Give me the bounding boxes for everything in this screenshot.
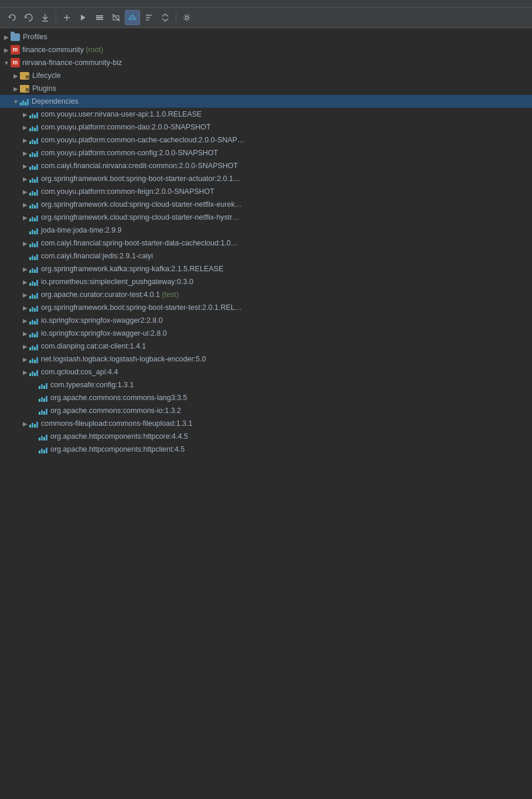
- tree-item-dep7[interactable]: com.youyu.platform:common-feign:2.0.0-SN…: [0, 185, 532, 198]
- arrow-icon: [21, 175, 29, 183]
- item-label: nirvana-finance-community-biz: [22, 59, 122, 67]
- tree-item-dep15[interactable]: org.apache.curator:curator-test:4.0.1 (t…: [0, 288, 532, 301]
- dependency-icon: [29, 368, 38, 376]
- tree-item-dep12[interactable]: com.caiyi.financial:jedis:2.9.1-caiyi: [0, 250, 532, 262]
- run-button[interactable]: [76, 10, 91, 25]
- toggle-skip-tests-button[interactable]: [125, 10, 140, 25]
- tree-item-dep26[interactable]: org.apache.httpcomponents:httpcore:4.4.5: [0, 430, 532, 443]
- arrow-icon: [21, 123, 29, 131]
- dependency-icon: [29, 213, 38, 221]
- dependency-icon: [29, 239, 38, 247]
- tree-item-dep18[interactable]: io.springfox:springfox-swagger-ui:2.8.0: [0, 327, 532, 340]
- tree-item-dep10[interactable]: joda-time:joda-time:2.9.9: [0, 224, 532, 237]
- arrow-icon: [21, 265, 29, 273]
- toolbar-separator-1: [56, 12, 56, 23]
- item-label: com.caiyi.financial:jedis:2.9.1-caiyi: [41, 252, 153, 260]
- dependency-icon: [39, 394, 47, 402]
- tree-item-dep13[interactable]: org.springframework.kafka:spring-kafka:2…: [0, 262, 532, 275]
- dependency-icon: [29, 291, 38, 299]
- toolbar-separator-2: [176, 12, 176, 23]
- item-label: org.springframework.cloud:spring-cloud-s…: [41, 213, 240, 221]
- tree-item-dep16[interactable]: org.springframework.boot:spring-boot-sta…: [0, 301, 532, 314]
- dependency-icon: [29, 265, 38, 273]
- svg-marker-5: [81, 15, 86, 21]
- tree-item-dep4[interactable]: com.youyu.platform:common-config:2.0.0-S…: [0, 146, 532, 159]
- tree-item-dep20[interactable]: net.logstash.logback:logstash-logback-en…: [0, 353, 532, 366]
- tree-item-plugins[interactable]: ⚙Plugins: [0, 82, 532, 95]
- item-label: Plugins: [32, 84, 56, 93]
- arrow-icon: [30, 394, 39, 402]
- item-label: com.youyu.user:nirvana-user-api:1.1.0.RE…: [41, 110, 202, 118]
- tree-item-dep11[interactable]: com.caiyi.financial:spring-boot-starter-…: [0, 237, 532, 250]
- tree-item-dep14[interactable]: io.prometheus:simpleclient_pushgateway:0…: [0, 275, 532, 288]
- dependency-icon: [29, 316, 38, 325]
- item-label: com.youyu.platform:common-config:2.0.0-S…: [41, 149, 218, 157]
- arrow-icon: [21, 136, 29, 144]
- skip-tests-button[interactable]: [108, 10, 124, 25]
- dependency-icon: [29, 123, 38, 131]
- download-button[interactable]: [37, 10, 53, 25]
- tree-item-dep2[interactable]: com.youyu.platform:common-dao:2.0.0-SNAP…: [0, 121, 532, 134]
- arrow-icon: [21, 303, 29, 312]
- tree-item-dep1[interactable]: com.youyu.user:nirvana-user-api:1.1.0.RE…: [0, 108, 532, 121]
- tree-item-dep6[interactable]: org.springframework.boot:spring-boot-sta…: [0, 172, 532, 185]
- item-label: org.springframework.kafka:spring-kafka:2…: [41, 265, 223, 273]
- tree-item-dep8[interactable]: org.springframework.cloud:spring-cloud-s…: [0, 198, 532, 211]
- folder-gear-icon: ⚙: [20, 72, 29, 80]
- tree-item-finance-community[interactable]: mfinance-community (root): [0, 43, 532, 56]
- item-tag: (root): [84, 46, 103, 54]
- refresh-all-button[interactable]: ↓: [21, 10, 36, 25]
- arrow-icon: [30, 381, 39, 389]
- tree-item-dep17[interactable]: io.springfox:springfox-swagger2:2.8.0: [0, 314, 532, 327]
- tree-item-dependencies[interactable]: Dependencies: [0, 95, 532, 108]
- tree-item-dep24[interactable]: org.apache.commons:commons-io:1.3.2: [0, 404, 532, 417]
- item-label: commons-fileupload:commons-fileupload:1.…: [41, 419, 192, 428]
- item-label: org.apache.commons:commons-io:1.3.2: [50, 407, 181, 415]
- collapse-all-button[interactable]: [158, 10, 173, 25]
- tree-item-dep23[interactable]: org.apache.commons:commons-lang3:3.5: [0, 391, 532, 404]
- svg-text:↓: ↓: [28, 16, 30, 20]
- add-button[interactable]: [59, 10, 74, 25]
- item-label: com.youyu.platform:common-cache-cacheclo…: [41, 136, 244, 144]
- refresh-button[interactable]: [5, 10, 20, 25]
- tree-item-dep5[interactable]: com.caiyi.financial.nirvana:credit-commo…: [0, 159, 532, 172]
- dependency-icon: [29, 419, 38, 428]
- dependency-icon: [29, 226, 38, 234]
- item-label: Lifecycle: [32, 71, 61, 80]
- select-profiles-button[interactable]: [141, 10, 156, 25]
- dependency-icon: [29, 278, 38, 286]
- tree-item-dep19[interactable]: com.dianping.cat:cat-client:1.4.1: [0, 340, 532, 353]
- arrow-icon: [21, 329, 29, 337]
- title-bar: [0, 0, 532, 8]
- tree-item-nirvana-finance-community-biz[interactable]: mnirvana-finance-community-biz: [0, 56, 532, 69]
- tree-item-dep9[interactable]: org.springframework.cloud:spring-cloud-s…: [0, 211, 532, 224]
- item-label: org.springframework.cloud:spring-cloud-s…: [41, 200, 242, 209]
- arrow-icon: [21, 200, 29, 209]
- tree-item-dep3[interactable]: com.youyu.platform:common-cache-cacheclo…: [0, 134, 532, 146]
- profiles-folder-icon: [11, 33, 20, 41]
- svg-rect-8: [96, 19, 103, 20]
- arrow-icon: [21, 368, 29, 376]
- tree-item-profiles[interactable]: Profiles: [0, 30, 532, 43]
- arrow-icon: [30, 432, 39, 441]
- tree-item-lifecycle[interactable]: ⚙Lifecycle: [0, 69, 532, 82]
- item-label: com.dianping.cat:cat-client:1.4.1: [41, 342, 146, 350]
- maven-build-button[interactable]: [92, 10, 107, 25]
- tree-item-dep22[interactable]: com.typesafe:config:1.3.1: [0, 378, 532, 391]
- settings-button[interactable]: [179, 10, 195, 25]
- arrow-icon: [21, 316, 29, 325]
- toolbar: ↓: [0, 8, 532, 28]
- dependency-icon: [29, 342, 38, 350]
- folder-gear-icon: ⚙: [20, 85, 29, 93]
- tree-item-dep25[interactable]: commons-fileupload:commons-fileupload:1.…: [0, 417, 532, 430]
- arrow-icon: [2, 59, 11, 67]
- item-label: net.logstash.logback:logstash-logback-en…: [41, 355, 206, 363]
- arrow-icon: [12, 97, 20, 105]
- item-label: org.apache.curator:curator-test:4.0.1 (t…: [41, 291, 179, 299]
- item-label: com.youyu.platform:common-dao:2.0.0-SNAP…: [41, 123, 211, 131]
- tree-item-dep21[interactable]: com.qcloud:cos_api:4.4: [0, 366, 532, 378]
- item-label: org.apache.commons:commons-lang3:3.5: [50, 394, 187, 402]
- item-label: io.springfox:springfox-swagger-ui:2.8.0: [41, 329, 167, 337]
- arrow-icon: [21, 291, 29, 299]
- tree-item-dep27[interactable]: org.apache.httpcomponents:httpclient:4.5: [0, 443, 532, 456]
